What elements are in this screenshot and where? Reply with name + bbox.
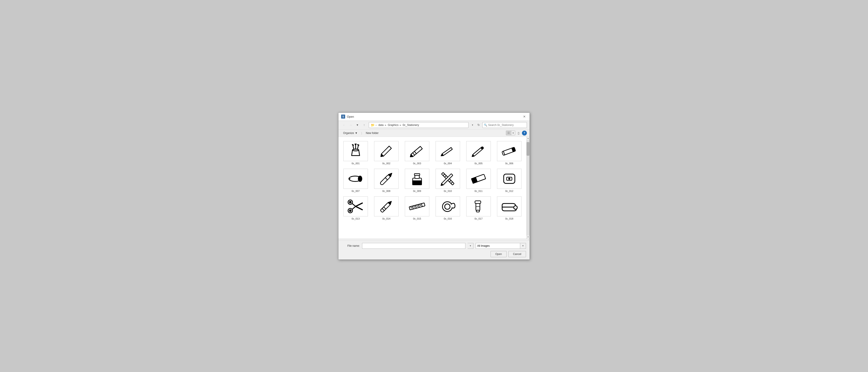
file-item[interactable]: 0c_005 (464, 139, 493, 166)
file-thumbnail (497, 169, 522, 189)
search-input[interactable] (488, 123, 524, 126)
breadcrumb-stationery[interactable]: 0c_Stationery (403, 123, 419, 126)
svg-line-64 (414, 205, 414, 207)
file-name: 0c_017 (474, 217, 483, 220)
file-name-input[interactable] (362, 243, 465, 249)
back-button[interactable]: ← (341, 122, 347, 128)
up-button[interactable]: ↑ (361, 122, 367, 128)
view-dropdown-icon: ▼ (511, 131, 515, 135)
scroll-up-arrow[interactable]: ▲ (527, 137, 530, 140)
breadcrumb-data[interactable]: data (378, 123, 383, 126)
search-box: 🔍 (482, 122, 527, 128)
svg-rect-72 (476, 203, 480, 211)
view-split-button[interactable]: ☷ ▼ (506, 131, 515, 135)
organize-dropdown-icon: ▼ (355, 132, 358, 135)
scroll-down-arrow[interactable]: ▼ (527, 236, 530, 239)
svg-rect-31 (380, 174, 391, 185)
file-thumbnail (466, 196, 491, 217)
file-thumbnail (374, 169, 399, 189)
file-item[interactable]: 0c_012 (494, 167, 524, 194)
svg-marker-4 (355, 144, 356, 145)
open-button[interactable]: Open (491, 251, 506, 257)
svg-line-68 (420, 204, 421, 206)
file-item[interactable]: 0c_016 (433, 194, 463, 221)
svg-rect-73 (475, 201, 481, 203)
new-folder-label: New folder (366, 132, 378, 135)
svg-line-1 (353, 146, 354, 149)
file-name: 0c_003 (413, 162, 421, 165)
file-item[interactable]: 0c_010 (433, 167, 463, 194)
open-dialog: S Open ✕ ← → ▼ ↑ 📁 « data ► Graphics ► 0… (338, 113, 530, 260)
file-thumbnail (436, 196, 460, 217)
file-name: 0c_012 (505, 190, 513, 192)
scroll-thumb[interactable] (527, 142, 529, 155)
file-item[interactable]: 0c_003 (402, 139, 432, 166)
svg-rect-74 (476, 210, 479, 212)
scrollbar[interactable]: ▲ ▼ (526, 137, 530, 239)
file-thumbnail (497, 141, 522, 161)
file-thumbnail (466, 169, 491, 189)
file-name: 0c_002 (382, 162, 390, 165)
file-item[interactable]: 0c_001 (341, 139, 371, 166)
file-grid: 0c_001 0c_002 (338, 137, 526, 239)
file-name-dropdown-button[interactable]: ▼ (468, 243, 473, 249)
folder-icon: 📁 (371, 123, 375, 127)
breadcrumb: 📁 « data ► Graphics ► 0c_Stationery (369, 122, 468, 128)
forward-button[interactable]: → (348, 122, 353, 128)
content-area: 0c_001 0c_002 (338, 137, 530, 239)
organize-button[interactable]: Organize ▼ (341, 131, 360, 136)
file-thumbnail (497, 196, 522, 217)
new-folder-button[interactable]: New folder (364, 131, 380, 136)
toolbar-separator: | (362, 132, 362, 135)
refresh-button[interactable]: ↻ (476, 122, 482, 128)
scroll-track[interactable] (527, 140, 530, 236)
svg-rect-35 (413, 181, 422, 181)
file-thumbnail (405, 196, 429, 217)
svg-marker-6 (358, 144, 359, 146)
file-item[interactable]: 0c_002 (371, 139, 401, 166)
svg-point-29 (358, 176, 362, 181)
file-item[interactable]: 0c_017 (464, 194, 493, 221)
file-item[interactable]: 0c_006 (494, 139, 524, 166)
file-item[interactable]: 0c_011 (464, 167, 493, 194)
help-button[interactable]: ? (522, 131, 527, 136)
file-thumbnail (343, 169, 368, 189)
svg-rect-18 (442, 147, 453, 155)
svg-rect-37 (414, 174, 420, 175)
breadcrumb-dropdown-button[interactable]: ▼ (470, 122, 475, 128)
file-name: 0c_005 (474, 162, 483, 165)
file-thumbnail (374, 196, 399, 217)
file-thumbnail (466, 141, 491, 161)
nav-bar: ← → ▼ ↑ 📁 « data ► Graphics ► 0c_Station… (338, 121, 530, 130)
search-icon: 🔍 (484, 123, 487, 126)
file-item[interactable]: 0c_004 (433, 139, 463, 166)
svg-point-56 (349, 210, 351, 211)
file-item[interactable]: 0c_013 (341, 194, 371, 221)
file-item[interactable]: 0c_014 (371, 194, 401, 221)
file-name: 0c_011 (474, 190, 483, 192)
breadcrumb-graphics[interactable]: Graphics (388, 123, 398, 126)
file-thumbnail (436, 141, 460, 161)
svg-point-52 (508, 178, 510, 179)
file-item[interactable]: 0c_008 (371, 167, 401, 194)
svg-point-54 (349, 201, 351, 203)
file-item[interactable]: 0c_018 (494, 194, 524, 221)
title-bar: S Open ✕ (338, 113, 530, 121)
toolbar-right: ☷ ▼ ▯ ? (506, 131, 527, 136)
file-type-dropdown-button[interactable]: ▼ (520, 243, 526, 249)
preview-pane-button[interactable]: ▯ (516, 131, 522, 136)
breadcrumb-sep-0: « (375, 124, 377, 126)
footer-buttons: Open Cancel (342, 251, 526, 257)
file-thumbnail (436, 169, 460, 189)
svg-rect-57 (380, 202, 390, 212)
recent-locations-button[interactable]: ▼ (354, 122, 360, 128)
file-name: 0c_018 (505, 217, 513, 220)
cancel-button[interactable]: Cancel (508, 251, 526, 257)
file-item[interactable]: 0c_015 (402, 194, 432, 221)
file-name: 0c_015 (413, 217, 421, 220)
svg-line-66 (417, 205, 417, 206)
file-item[interactable]: 0c_007 (341, 167, 371, 194)
close-button[interactable]: ✕ (522, 114, 527, 119)
file-item[interactable]: 0c_009 (402, 167, 432, 194)
toolbar: Organize ▼ | New folder ☷ ▼ ▯ ? (338, 130, 530, 137)
